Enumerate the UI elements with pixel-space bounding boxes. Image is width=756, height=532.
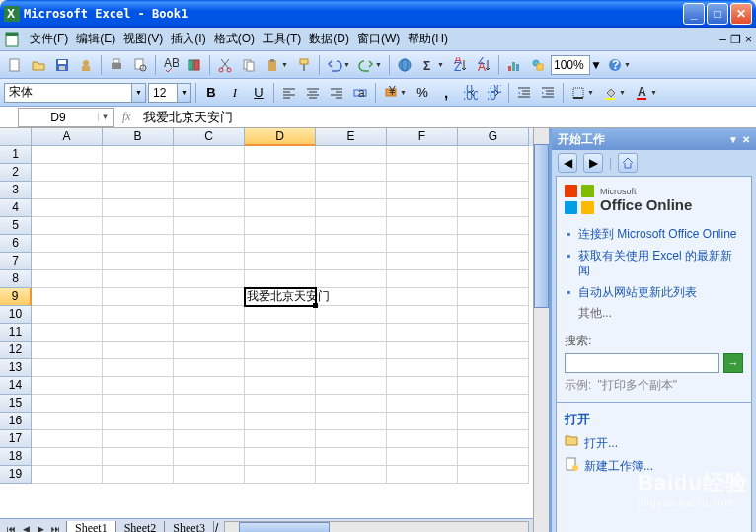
menu-window[interactable]: 窗口(W) (353, 29, 404, 49)
paste-button[interactable]: ▼ (262, 54, 291, 76)
cell[interactable] (174, 164, 245, 182)
cell[interactable] (316, 413, 387, 430)
tab-nav-first-button[interactable]: ⏮ (4, 524, 18, 533)
cell[interactable] (458, 448, 529, 466)
row-header[interactable]: 9 (0, 288, 32, 306)
bold-button[interactable]: B (200, 82, 222, 104)
cell[interactable] (387, 182, 458, 199)
sheet-tab[interactable]: Sheet1 (66, 521, 116, 533)
cell[interactable] (245, 377, 316, 395)
horizontal-scrollbar[interactable] (224, 521, 529, 533)
zoom-combo[interactable]: ▼ (551, 55, 602, 75)
cell[interactable] (245, 448, 316, 466)
italic-button[interactable]: I (224, 82, 246, 104)
task-pane-link-news[interactable]: 获取有关使用 Excel 的最新新闻 (565, 246, 743, 282)
cell[interactable] (174, 288, 245, 306)
cell[interactable] (458, 466, 529, 484)
cell[interactable] (174, 253, 245, 270)
cell[interactable] (245, 306, 316, 324)
cell[interactable] (316, 182, 387, 199)
cell[interactable] (316, 377, 387, 395)
cell[interactable] (316, 270, 387, 288)
cell[interactable] (458, 306, 529, 324)
cell[interactable] (103, 342, 174, 359)
cell[interactable] (32, 466, 103, 484)
font-color-button[interactable]: A▼ (631, 82, 660, 104)
cell[interactable] (103, 466, 174, 484)
cell[interactable] (245, 359, 316, 377)
row-header[interactable]: 4 (0, 199, 32, 217)
hyperlink-button[interactable] (394, 54, 416, 76)
cell[interactable] (32, 182, 103, 199)
cell[interactable] (458, 199, 529, 217)
cell[interactable] (103, 199, 174, 217)
font-size-input[interactable] (148, 83, 178, 103)
cell[interactable] (316, 146, 387, 164)
cell[interactable] (387, 306, 458, 324)
cell[interactable] (32, 199, 103, 217)
spelling-button[interactable]: ABC (160, 54, 182, 76)
cell[interactable] (245, 395, 316, 413)
column-header[interactable]: F (387, 128, 458, 146)
zoom-input[interactable] (551, 55, 590, 75)
new-button[interactable] (4, 54, 26, 76)
open-file-link[interactable]: 打开... (565, 432, 743, 455)
cell[interactable] (458, 342, 529, 359)
fx-icon[interactable]: fx (114, 110, 139, 124)
cell[interactable] (103, 288, 174, 306)
cell[interactable] (103, 395, 174, 413)
cell[interactable] (32, 377, 103, 395)
cell[interactable] (316, 235, 387, 253)
cell[interactable] (32, 217, 103, 235)
cell[interactable] (103, 359, 174, 377)
decrease-indent-button[interactable] (513, 82, 535, 104)
cell[interactable] (103, 217, 174, 235)
cell[interactable] (387, 413, 458, 430)
sort-desc-button[interactable]: ZA (473, 54, 494, 76)
increase-decimal-button[interactable]: .0.00 (459, 82, 481, 104)
row-header[interactable]: 10 (0, 306, 32, 324)
mdi-close-button[interactable]: × (745, 33, 752, 46)
cell[interactable] (32, 270, 103, 288)
align-right-button[interactable] (326, 82, 347, 104)
task-pane-dropdown-button[interactable]: ▼ (728, 134, 738, 145)
cell[interactable] (174, 413, 245, 430)
row-header[interactable]: 12 (0, 342, 32, 359)
cell[interactable] (458, 288, 529, 306)
cell[interactable] (387, 270, 458, 288)
cell[interactable] (174, 342, 245, 359)
cell[interactable] (458, 235, 529, 253)
cell[interactable] (458, 164, 529, 182)
column-header[interactable]: A (32, 128, 103, 146)
cell[interactable] (174, 395, 245, 413)
cell[interactable] (458, 253, 529, 270)
cell[interactable] (32, 253, 103, 270)
column-header[interactable]: G (458, 128, 529, 146)
cell[interactable] (387, 146, 458, 164)
row-header[interactable]: 19 (0, 466, 32, 484)
cell[interactable] (103, 182, 174, 199)
name-box-dropdown-button[interactable]: ▼ (98, 113, 112, 121)
chart-wizard-button[interactable] (503, 54, 525, 76)
zoom-dropdown-button[interactable]: ▼ (590, 58, 602, 72)
task-pane-back-button[interactable]: ◀ (558, 153, 577, 173)
window-maximize-button[interactable]: □ (707, 3, 728, 25)
currency-button[interactable]: ¥▼ (380, 82, 410, 104)
cell[interactable] (174, 146, 245, 164)
cell[interactable] (245, 164, 316, 182)
cell[interactable] (316, 448, 387, 466)
cell[interactable] (174, 306, 245, 324)
drawing-button[interactable] (527, 54, 549, 76)
cell[interactable] (174, 217, 245, 235)
cell[interactable] (32, 146, 103, 164)
new-workbook-link[interactable]: 新建工作簿... (565, 455, 743, 478)
vertical-scrollbar[interactable] (533, 128, 549, 532)
cell[interactable] (245, 235, 316, 253)
cell[interactable] (316, 324, 387, 342)
cell[interactable] (458, 324, 529, 342)
open-button[interactable] (28, 54, 49, 76)
row-header[interactable]: 11 (0, 324, 32, 342)
cell[interactable] (316, 306, 387, 324)
cell[interactable] (387, 235, 458, 253)
cell[interactable] (245, 253, 316, 270)
